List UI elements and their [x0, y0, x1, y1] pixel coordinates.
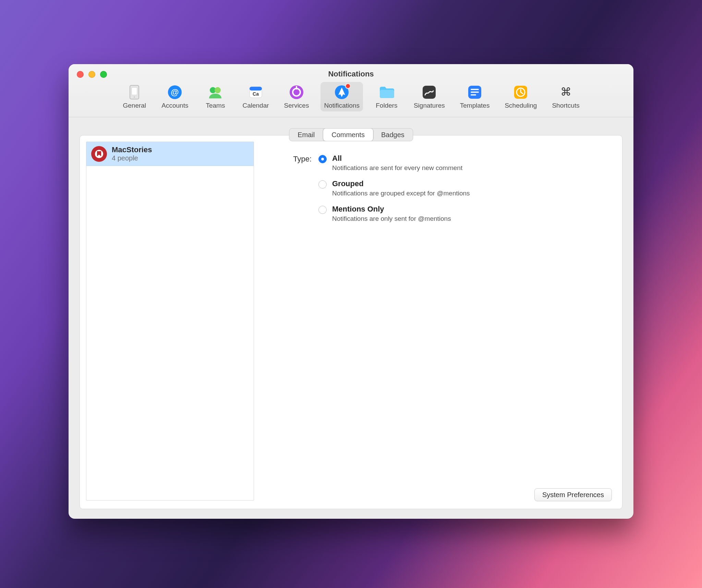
preferences-window: Notifications General @ Accounts Teams: [69, 64, 633, 519]
scheduling-icon: [512, 84, 529, 100]
team-text: MacStories 4 people: [112, 145, 152, 162]
window-title: Notifications: [69, 70, 633, 79]
toolbar-item-scheduling[interactable]: Scheduling: [501, 82, 540, 111]
content-area: MacStories 4 people Type: All Notificati…: [69, 117, 633, 519]
toolbar-item-templates[interactable]: Templates: [457, 82, 493, 111]
svg-rect-12: [296, 86, 297, 89]
radio-mentions[interactable]: [318, 206, 327, 214]
svg-rect-1: [132, 87, 137, 95]
team-subtitle-label: 4 people: [112, 154, 152, 162]
radio-grouped[interactable]: [318, 180, 327, 189]
services-icon: [288, 84, 305, 100]
team-list[interactable]: MacStories 4 people: [86, 142, 254, 501]
accounts-icon: @: [167, 84, 183, 100]
type-option-mentions[interactable]: Mentions Only Notifications are only sen…: [318, 205, 470, 223]
option-desc: Notifications are grouped except for @me…: [332, 190, 470, 197]
svg-rect-8: [250, 87, 262, 91]
teams-icon: [207, 84, 223, 100]
notifications-subtabs: Email Comments Badges: [289, 128, 413, 141]
team-avatar-icon: [91, 146, 107, 162]
toolbar-item-folders[interactable]: Folders: [371, 82, 402, 111]
team-list-item[interactable]: MacStories 4 people: [86, 142, 254, 166]
calendar-icon: Ca: [247, 84, 264, 100]
notification-badge-icon: [345, 83, 351, 89]
svg-rect-19: [471, 94, 476, 96]
tab-comments[interactable]: Comments: [323, 129, 373, 141]
tab-badges[interactable]: Badges: [373, 129, 413, 141]
toolbar-item-teams[interactable]: Teams: [200, 82, 231, 111]
type-form: Type: All Notifications are sent for eve…: [286, 154, 608, 223]
folders-icon: [378, 84, 395, 100]
svg-point-2: [134, 96, 135, 98]
titlebar: Notifications General @ Accounts Teams: [69, 64, 633, 117]
general-icon: [126, 84, 143, 100]
svg-text:Ca: Ca: [253, 91, 259, 97]
tab-email[interactable]: Email: [289, 129, 323, 141]
shortcuts-icon: ⌘: [558, 84, 574, 100]
toolbar-item-signatures[interactable]: Signatures: [410, 82, 448, 111]
toolbar-item-calendar[interactable]: Ca Calendar: [239, 82, 272, 111]
notifications-icon: [334, 84, 350, 100]
toolbar-item-services[interactable]: Services: [281, 82, 313, 111]
toolbar-item-shortcuts[interactable]: ⌘ Shortcuts: [548, 82, 583, 111]
radio-all[interactable]: [318, 155, 327, 163]
type-label: Type:: [286, 154, 312, 164]
option-title: Grouped: [332, 179, 470, 188]
signatures-icon: [421, 84, 437, 100]
preferences-toolbar: General @ Accounts Teams Ca Calendar: [69, 82, 633, 111]
templates-icon: [467, 84, 483, 100]
svg-rect-17: [471, 89, 479, 90]
type-option-all[interactable]: All Notifications are sent for every new…: [318, 154, 470, 172]
option-title: All: [332, 154, 462, 163]
option-desc: Notifications are sent for every new com…: [332, 164, 462, 172]
svg-text:⌘: ⌘: [560, 86, 571, 98]
toolbar-item-notifications[interactable]: Notifications: [320, 82, 363, 111]
svg-rect-18: [471, 92, 479, 93]
option-desc: Notifications are only sent for @mention…: [332, 215, 451, 223]
type-option-grouped[interactable]: Grouped Notifications are grouped except…: [318, 179, 470, 197]
svg-rect-14: [380, 90, 394, 98]
team-name-label: MacStories: [112, 145, 152, 154]
svg-text:@: @: [171, 87, 179, 97]
toolbar-item-general[interactable]: General: [119, 82, 150, 111]
system-preferences-button[interactable]: System Preferences: [534, 488, 612, 501]
svg-point-6: [215, 87, 221, 93]
option-title: Mentions Only: [332, 205, 451, 214]
content-panel: MacStories 4 people Type: All Notificati…: [80, 135, 622, 509]
toolbar-item-accounts[interactable]: @ Accounts: [158, 82, 192, 111]
type-options: All Notifications are sent for every new…: [318, 154, 470, 223]
